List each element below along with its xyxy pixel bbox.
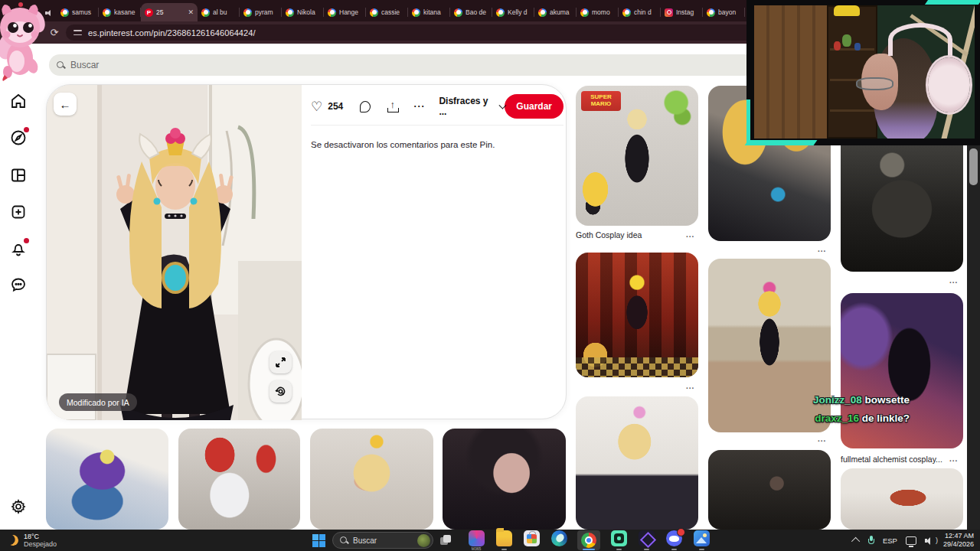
divider xyxy=(311,125,564,126)
notification-dot xyxy=(24,238,29,243)
visual-search-lens-button[interactable] xyxy=(270,380,292,403)
chat-username: Jonizz_08 xyxy=(813,394,862,406)
scrollbar-thumb[interactable] xyxy=(969,148,978,185)
volume-icon[interactable]: ) xyxy=(925,536,935,545)
google-favicon xyxy=(622,8,631,17)
pin-bowsette-crown-cosplay[interactable] xyxy=(310,429,433,530)
task-view-button[interactable] xyxy=(440,535,452,546)
chrome-icon xyxy=(581,533,596,548)
chat-message: draxz_16 de linkle? xyxy=(813,409,910,428)
save-button[interactable]: Guardar xyxy=(505,94,564,119)
more-options-icon[interactable]: ··· xyxy=(413,101,425,112)
edge-browser-app[interactable] xyxy=(550,530,568,550)
pin-super-mario-goth[interactable]: SUPER MARIO xyxy=(576,86,698,226)
microsoft-store-app[interactable] xyxy=(522,530,541,550)
windows-start-button[interactable] xyxy=(312,534,325,547)
tab-pinterest-active[interactable]: P25✕ xyxy=(141,3,198,21)
close-tab-icon[interactable]: ✕ xyxy=(188,8,194,16)
pin-caption[interactable]: Goth Cosplay idea xyxy=(576,230,642,240)
search-input[interactable] xyxy=(70,60,224,70)
tab-momo[interactable]: momo xyxy=(577,3,619,21)
medal-clip-app[interactable] xyxy=(637,530,655,550)
clock[interactable]: 12:47 AM 29/4/2026 xyxy=(943,532,974,549)
tab-instagram[interactable]: Instag xyxy=(661,3,703,21)
back-button[interactable]: ← xyxy=(54,93,77,116)
pin-caption[interactable]: fullmetal alchemist cosplay... xyxy=(841,455,942,464)
tab-samus[interactable]: samus xyxy=(57,3,99,21)
notifications-icon[interactable] xyxy=(9,240,28,258)
streaming-app[interactable] xyxy=(609,530,628,550)
reload-icon[interactable]: ⟳ xyxy=(47,27,61,38)
messages-icon[interactable] xyxy=(9,276,28,294)
pin-dark-cosplay[interactable] xyxy=(708,450,831,530)
tab-nikola[interactable]: Nikola xyxy=(282,3,324,21)
pin-shower-cosplay[interactable] xyxy=(841,468,963,530)
overlay-accent xyxy=(745,140,818,145)
expand-image-button[interactable] xyxy=(270,351,292,373)
home-icon[interactable] xyxy=(9,92,28,110)
headphone-earcup xyxy=(928,57,970,112)
google-favicon xyxy=(412,8,420,17)
pin-more-icon[interactable]: ... xyxy=(818,245,826,253)
date: 29/4/2026 xyxy=(943,540,974,549)
tab-bayon[interactable]: bayon xyxy=(703,3,745,21)
pin-more-icon[interactable]: ... xyxy=(686,230,694,239)
like-heart-icon[interactable]: ♡ xyxy=(311,99,322,115)
search-icon xyxy=(340,536,348,545)
tab-bao[interactable]: Bao de xyxy=(450,3,492,21)
windows-taskbar: 18°C Despejado Buscar M365 xyxy=(0,530,980,551)
taskbar-search[interactable]: Buscar xyxy=(332,532,433,549)
plush-toy xyxy=(834,5,860,16)
pin-team-rocket-cosplay[interactable] xyxy=(178,429,300,530)
pin-n64-bowsette-render[interactable] xyxy=(576,253,698,377)
pin-more-icon[interactable]: ... xyxy=(818,435,826,443)
tab-kasane[interactable]: kasane xyxy=(99,3,141,21)
google-favicon xyxy=(580,8,589,17)
tab-chin[interactable]: chin d xyxy=(619,3,661,21)
pin-bowsette-white[interactable] xyxy=(576,396,698,530)
network-icon[interactable] xyxy=(906,536,916,545)
google-favicon xyxy=(201,8,210,17)
google-favicon xyxy=(707,8,715,17)
tab-pyram[interactable]: pyram xyxy=(240,3,282,21)
tab-al-bu[interactable]: al bu xyxy=(198,3,240,21)
pin-more-icon[interactable]: ... xyxy=(949,455,958,463)
tab-hange[interactable]: Hange xyxy=(324,3,366,21)
google-favicon xyxy=(243,8,252,17)
pin-more-icon[interactable]: ... xyxy=(949,276,958,285)
comment-icon[interactable] xyxy=(360,101,371,112)
search-highlight-image xyxy=(417,534,430,547)
settings-icon[interactable] xyxy=(9,497,28,516)
chrome-browser-app-active[interactable] xyxy=(577,530,600,550)
language-indicator[interactable]: ESP xyxy=(883,536,897,545)
super-mario-logo: SUPER MARIO xyxy=(581,91,621,111)
google-favicon xyxy=(538,8,547,17)
weather-widget[interactable]: 18°C Despejado xyxy=(8,533,57,549)
microphone-icon[interactable] xyxy=(868,536,874,546)
hidden-icons-chevron[interactable] xyxy=(851,537,860,546)
pin-skeletor-cosplay[interactable] xyxy=(46,429,168,530)
google-favicon xyxy=(286,8,294,17)
file-explorer-app[interactable] xyxy=(495,530,513,550)
boards-icon[interactable] xyxy=(9,166,28,184)
google-favicon xyxy=(370,8,378,17)
m365-copilot-app[interactable]: M365 xyxy=(467,530,485,550)
share-icon[interactable]: ↑ xyxy=(387,101,398,112)
create-icon[interactable] xyxy=(9,203,28,221)
board-selector[interactable]: Disfraces y ... xyxy=(439,96,494,117)
photos-app[interactable] xyxy=(692,530,710,550)
pin-more-icon[interactable]: ... xyxy=(686,382,694,390)
discord-app[interactable] xyxy=(665,530,683,550)
tab-akuma[interactable]: akuma xyxy=(534,3,577,21)
tab-kitana[interactable]: kitana xyxy=(408,3,450,21)
tab-cassie[interactable]: cassie xyxy=(366,3,408,21)
tab-kelly[interactable]: Kelly d xyxy=(492,3,534,21)
pin-image-bowsette-cosplay[interactable]: ← Modificado por IA xyxy=(47,85,302,420)
google-favicon xyxy=(60,8,69,17)
explore-icon[interactable] xyxy=(9,129,28,147)
glasses xyxy=(856,77,893,90)
site-settings-icon[interactable] xyxy=(74,29,82,36)
google-favicon xyxy=(328,8,336,17)
pin-goth-demon-cosplay[interactable] xyxy=(443,429,566,530)
google-favicon xyxy=(103,8,111,17)
